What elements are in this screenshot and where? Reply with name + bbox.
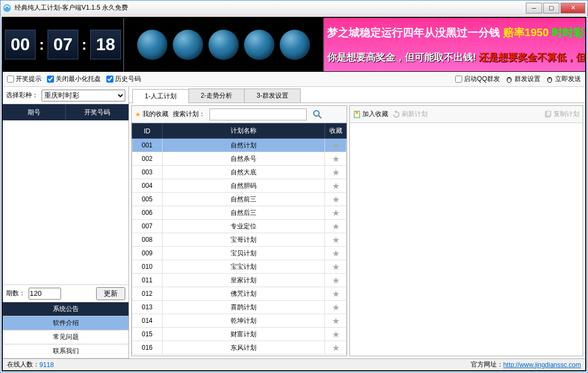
copy-plan-button[interactable]: 复制计划 bbox=[544, 110, 579, 119]
table-row[interactable]: 010宝宝计划★ bbox=[132, 260, 347, 274]
favorite-star-icon[interactable]: ★ bbox=[332, 141, 340, 150]
timer-minutes: 07 bbox=[48, 30, 79, 59]
main-row: 选择彩种： 重庆时时彩 期号 开奖号码 期数： 更新 系统公告 bbox=[3, 87, 585, 358]
send-now-button[interactable]: 立即发送 bbox=[546, 74, 581, 84]
ad-banner[interactable]: 梦之城稳定运行四年从没黑过一分钱 赔率1950 时时彩 你是想要高奖金，但可能取… bbox=[324, 18, 585, 71]
result-balls bbox=[124, 18, 324, 71]
plan-name: 佛咒计划 bbox=[163, 287, 325, 301]
ball-2 bbox=[173, 30, 203, 60]
col-id: ID bbox=[132, 124, 163, 139]
period-label: 期数： bbox=[6, 289, 25, 298]
plan-detail-body[interactable] bbox=[350, 123, 583, 356]
table-row[interactable]: 016东风计划★ bbox=[132, 341, 347, 355]
plan-name: 自然大底 bbox=[163, 166, 325, 179]
svg-line-12 bbox=[319, 116, 321, 118]
svg-point-5 bbox=[509, 79, 510, 80]
table-row[interactable]: 001自然计划★ bbox=[132, 139, 347, 152]
plan-table-wrap[interactable]: ID 计划名称 收藏 001自然计划★002自然杀号★003自然大底★004自然… bbox=[132, 123, 347, 356]
min-tray-checkbox[interactable]: 关闭最小化托盘 bbox=[47, 74, 101, 84]
table-row[interactable]: 009宝贝计划★ bbox=[132, 247, 347, 260]
search-label: 搜索计划： bbox=[173, 110, 205, 119]
my-favorites-button[interactable]: ★ 我的收藏 bbox=[135, 110, 168, 119]
plan-id: 014 bbox=[132, 314, 163, 328]
refresh-plan-button[interactable]: 刷新计划 bbox=[393, 110, 428, 119]
issue-col-number: 期号 bbox=[3, 104, 66, 120]
favorite-star-icon[interactable]: ★ bbox=[332, 262, 340, 272]
open-tip-checkbox[interactable]: 开奖提示 bbox=[7, 74, 42, 84]
table-row[interactable]: 011皇家计划★ bbox=[132, 274, 347, 287]
favorite-star-icon[interactable]: ★ bbox=[332, 168, 340, 177]
plan-name: 宝宝计划 bbox=[163, 260, 325, 274]
table-row[interactable]: 013喜鹊计划★ bbox=[132, 301, 347, 314]
nav-item-contact[interactable]: 联系我们 bbox=[3, 344, 129, 358]
favorite-star-icon[interactable]: ★ bbox=[332, 235, 340, 245]
svg-point-3 bbox=[508, 78, 509, 79]
table-row[interactable]: 007专业定位★ bbox=[132, 220, 347, 233]
table-row[interactable]: 008宝哥计划★ bbox=[132, 233, 347, 247]
ball-1 bbox=[137, 30, 167, 60]
close-button[interactable]: ✕ bbox=[560, 3, 585, 13]
nav-item-intro[interactable]: 软件介绍 bbox=[3, 316, 129, 330]
update-button[interactable]: 更新 bbox=[96, 287, 125, 300]
favorite-star-icon[interactable]: ★ bbox=[332, 208, 340, 218]
favorite-star-icon[interactable]: ★ bbox=[332, 249, 340, 258]
tab-manual-plan[interactable]: 1-人工计划 bbox=[132, 89, 189, 103]
favorite-star-icon[interactable]: ★ bbox=[332, 343, 340, 352]
site-link[interactable]: http://www.jingdianssc.com bbox=[503, 361, 581, 369]
table-row[interactable]: 003自然大底★ bbox=[132, 166, 347, 179]
plan-name: 宝贝计划 bbox=[163, 247, 325, 260]
favorite-star-icon[interactable]: ★ bbox=[332, 316, 340, 325]
plan-id: 004 bbox=[132, 179, 163, 193]
table-row[interactable]: 005自然前三★ bbox=[132, 193, 347, 206]
tab-trend[interactable]: 2-走势分析 bbox=[188, 89, 245, 103]
right-area: 1-人工计划 2-走势分析 3-群发设置 ★ 我的收藏 搜索计划： bbox=[129, 87, 585, 358]
favorite-star-icon[interactable]: ★ bbox=[332, 276, 340, 285]
table-row[interactable]: 004自然胆码★ bbox=[132, 179, 347, 193]
qq-group-checkbox[interactable]: 启动QQ群发 bbox=[455, 74, 500, 84]
svg-rect-15 bbox=[546, 111, 551, 116]
favorite-star-icon[interactable]: ★ bbox=[332, 181, 340, 191]
col-fav: 收藏 bbox=[325, 124, 347, 139]
table-row[interactable]: 006自然后三★ bbox=[132, 206, 347, 220]
nav-list: 系统公告 软件介绍 常见问题 联系我们 bbox=[3, 302, 129, 358]
search-button[interactable] bbox=[311, 108, 324, 121]
plan-id: 006 bbox=[132, 206, 163, 220]
issue-table-header: 期号 开奖号码 bbox=[3, 104, 129, 120]
nav-item-faq[interactable]: 常见问题 bbox=[3, 330, 129, 344]
group-settings-button[interactable]: 群发设置 bbox=[505, 74, 540, 84]
issue-list bbox=[3, 120, 129, 284]
favorite-star-icon[interactable]: ★ bbox=[332, 154, 340, 164]
top-banner-row: 00 : 07 : 18 梦之城稳定运行四年从没黑过一分钱 赔率1950 时时 bbox=[3, 18, 585, 72]
table-row[interactable]: 002自然杀号★ bbox=[132, 152, 347, 166]
nav-item-announcement[interactable]: 系统公告 bbox=[3, 302, 129, 316]
plan-id: 002 bbox=[132, 152, 163, 166]
maximize-button[interactable]: ▢ bbox=[543, 3, 559, 13]
plan-name: 财富计划 bbox=[163, 328, 325, 341]
table-row[interactable]: 012佛咒计划★ bbox=[132, 287, 347, 301]
tab-group-send[interactable]: 3-群发设置 bbox=[244, 89, 301, 103]
history-checkbox[interactable]: 历史号码 bbox=[106, 74, 141, 84]
favorite-star-icon[interactable]: ★ bbox=[332, 222, 340, 231]
window-buttons: ─ ▢ ✕ bbox=[526, 3, 585, 13]
search-input[interactable] bbox=[209, 108, 307, 120]
favorite-star-icon[interactable]: ★ bbox=[332, 330, 340, 339]
add-favorite-button[interactable]: 加入收藏 bbox=[353, 110, 388, 119]
lottery-select[interactable]: 重庆时时彩 bbox=[42, 90, 125, 101]
content-area: 00 : 07 : 18 梦之城稳定运行四年从没黑过一分钱 赔率1950 时时 bbox=[2, 17, 586, 371]
favorite-star-icon[interactable]: ★ bbox=[332, 289, 340, 299]
plan-id: 010 bbox=[132, 260, 163, 274]
plan-name: 自然胆码 bbox=[163, 179, 325, 193]
plan-id: 016 bbox=[132, 341, 163, 355]
table-row[interactable]: 015财富计划★ bbox=[132, 328, 347, 341]
plan-toolbar: ★ 我的收藏 搜索计划： bbox=[132, 106, 347, 123]
favorite-star-icon[interactable]: ★ bbox=[332, 195, 340, 204]
plan-table: ID 计划名称 收藏 001自然计划★002自然杀号★003自然大底★004自然… bbox=[132, 123, 347, 355]
plan-id: 007 bbox=[132, 220, 163, 233]
plan-name: 自然后三 bbox=[163, 206, 325, 220]
period-input[interactable] bbox=[29, 288, 61, 300]
minimize-button[interactable]: ─ bbox=[526, 3, 542, 13]
copy-icon bbox=[544, 111, 552, 118]
plan-name: 宝哥计划 bbox=[163, 233, 325, 247]
favorite-star-icon[interactable]: ★ bbox=[332, 303, 340, 312]
table-row[interactable]: 014乾坤计划★ bbox=[132, 314, 347, 328]
